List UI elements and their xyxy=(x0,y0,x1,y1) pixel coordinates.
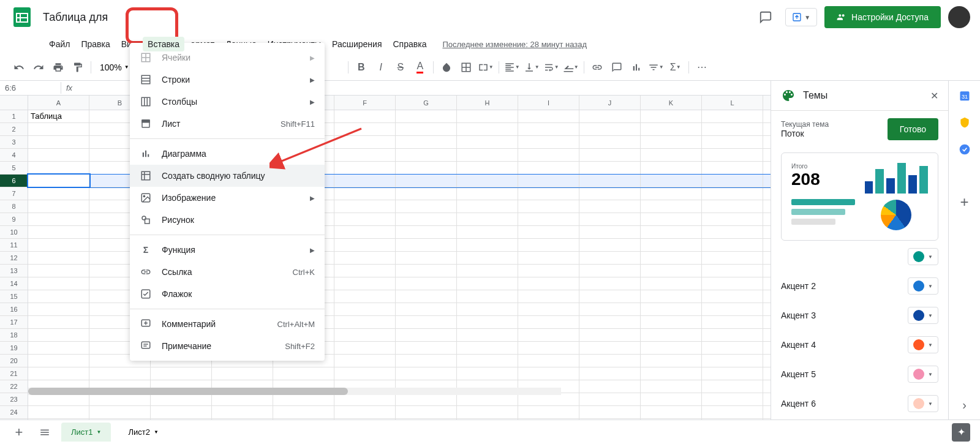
row-header[interactable]: 9 xyxy=(0,213,28,226)
rotate-button[interactable]: ▼ xyxy=(562,58,580,77)
cell[interactable] xyxy=(702,342,763,354)
cell[interactable] xyxy=(579,187,641,200)
cell[interactable] xyxy=(641,380,702,393)
cell[interactable] xyxy=(579,277,641,290)
menu-insert[interactable]: Вставка xyxy=(143,37,184,51)
cell[interactable] xyxy=(518,316,579,328)
user-avatar[interactable] xyxy=(948,6,970,28)
row-header[interactable]: 7 xyxy=(0,187,28,200)
row-header[interactable]: 14 xyxy=(0,277,28,290)
menu-image[interactable]: Изображение▶ xyxy=(130,187,325,209)
add-addon-button[interactable]: + xyxy=(960,194,968,211)
row-header[interactable]: 16 xyxy=(0,303,28,316)
cell[interactable] xyxy=(518,187,579,200)
row-header[interactable]: 21 xyxy=(0,367,28,380)
cell[interactable] xyxy=(518,226,579,238)
row-header[interactable]: 11 xyxy=(0,239,28,252)
cell[interactable] xyxy=(702,290,763,303)
sheet-tab-1[interactable]: Лист1▼ xyxy=(61,423,111,442)
cell[interactable] xyxy=(641,226,702,238)
cell[interactable] xyxy=(641,290,702,303)
cell[interactable] xyxy=(28,252,89,264)
cell[interactable] xyxy=(334,213,396,225)
cell[interactable] xyxy=(641,329,702,341)
row-header[interactable]: 12 xyxy=(0,252,28,265)
cell[interactable] xyxy=(518,277,579,290)
menu-help[interactable]: Справка xyxy=(388,37,432,51)
horizontal-scrollbar[interactable] xyxy=(28,388,561,395)
cell[interactable] xyxy=(457,303,518,315)
cell[interactable] xyxy=(702,239,763,251)
paint-format-button[interactable] xyxy=(69,58,87,77)
row-header[interactable]: 20 xyxy=(0,355,28,367)
comment-button[interactable] xyxy=(608,58,626,77)
cell[interactable] xyxy=(457,136,518,148)
cell[interactable] xyxy=(334,355,396,367)
col-header[interactable]: G xyxy=(396,96,457,110)
cell[interactable] xyxy=(579,252,641,264)
row-header[interactable]: 2 xyxy=(0,123,28,136)
cell[interactable] xyxy=(396,393,457,405)
cell[interactable] xyxy=(641,239,702,251)
merge-button[interactable]: ▼ xyxy=(477,58,495,77)
cell[interactable] xyxy=(334,136,396,148)
row-header[interactable]: 10 xyxy=(0,226,28,239)
cell[interactable] xyxy=(396,162,457,174)
col-header[interactable]: L xyxy=(702,96,763,110)
cell[interactable] xyxy=(396,303,457,315)
row-header[interactable]: 8 xyxy=(0,200,28,213)
cell[interactable] xyxy=(396,355,457,367)
zoom-select[interactable]: 100% ▼ xyxy=(95,60,134,75)
cell[interactable] xyxy=(396,200,457,213)
cell[interactable] xyxy=(457,406,518,418)
cell[interactable] xyxy=(28,123,89,135)
cell[interactable] xyxy=(518,329,579,341)
row-header[interactable]: 1 xyxy=(0,110,28,123)
sheets-logo[interactable] xyxy=(10,5,34,29)
share-button[interactable]: Настройки Доступа xyxy=(824,6,941,28)
cell[interactable] xyxy=(641,355,702,367)
cell[interactable] xyxy=(28,406,89,418)
done-button[interactable]: Готово xyxy=(888,118,938,140)
row-header[interactable]: 22 xyxy=(0,380,28,393)
add-sheet-button[interactable]: + xyxy=(10,423,28,442)
cell[interactable] xyxy=(396,316,457,328)
filter-button[interactable]: ▼ xyxy=(647,58,665,77)
cell[interactable] xyxy=(518,393,579,405)
cell[interactable] xyxy=(702,136,763,148)
cell[interactable] xyxy=(396,367,457,380)
cell[interactable] xyxy=(518,252,579,264)
cell[interactable] xyxy=(396,329,457,341)
cell[interactable] xyxy=(518,110,579,122)
cell[interactable] xyxy=(457,316,518,328)
cell[interactable] xyxy=(518,200,579,213)
color-picker[interactable]: ▼ xyxy=(908,307,938,324)
cell[interactable] xyxy=(273,367,334,380)
cell[interactable] xyxy=(334,187,396,200)
cell[interactable] xyxy=(457,175,518,187)
cell[interactable] xyxy=(641,316,702,328)
cell[interactable] xyxy=(28,342,89,354)
cell[interactable] xyxy=(212,393,273,405)
menu-chart[interactable]: Диаграмма xyxy=(130,143,325,165)
col-header[interactable]: K xyxy=(641,96,702,110)
cell[interactable] xyxy=(457,239,518,251)
cell[interactable] xyxy=(396,110,457,122)
cell[interactable] xyxy=(334,123,396,135)
cell[interactable] xyxy=(702,265,763,277)
cell[interactable] xyxy=(702,393,763,405)
cell[interactable] xyxy=(702,277,763,290)
cell[interactable] xyxy=(334,290,396,303)
cell[interactable] xyxy=(28,213,89,225)
cell[interactable] xyxy=(457,149,518,161)
chart-button[interactable] xyxy=(627,58,646,77)
cell[interactable] xyxy=(273,393,334,405)
cell[interactable] xyxy=(28,187,89,200)
cell[interactable] xyxy=(396,342,457,354)
cell[interactable] xyxy=(273,406,334,418)
cell[interactable] xyxy=(457,277,518,290)
cell[interactable] xyxy=(457,355,518,367)
cell[interactable] xyxy=(334,367,396,380)
cell[interactable] xyxy=(89,393,151,405)
link-button[interactable] xyxy=(588,58,606,77)
